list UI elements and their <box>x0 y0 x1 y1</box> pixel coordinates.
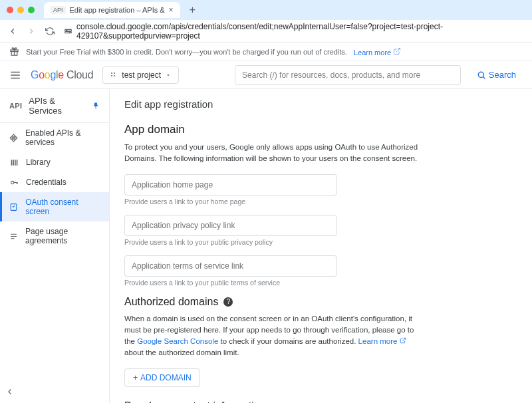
google-cloud-logo[interactable]: Google Cloud <box>31 69 93 81</box>
new-tab-button[interactable]: + <box>190 4 196 16</box>
home-page-input[interactable] <box>124 174 337 196</box>
nav-menu-icon[interactable] <box>9 69 21 81</box>
sidebar: API APIs & Services Enabled APIs & servi… <box>0 89 110 403</box>
consent-icon <box>9 203 18 211</box>
browser-tab[interactable]: API Edit app registration – APIs & × <box>44 2 180 18</box>
svg-point-2 <box>66 30 67 31</box>
svg-point-8 <box>111 75 112 76</box>
close-tab-icon[interactable]: × <box>169 5 174 15</box>
project-name: test project <box>122 70 161 80</box>
key-icon <box>9 178 19 187</box>
diamond-icon <box>9 134 18 142</box>
forward-icon <box>27 27 36 36</box>
library-icon <box>9 158 19 167</box>
browser-toolbar: console.cloud.google.com/apis/credential… <box>0 20 532 43</box>
svg-point-3 <box>69 32 70 33</box>
svg-rect-0 <box>65 29 72 31</box>
svg-rect-12 <box>13 160 14 166</box>
page-title: Edit app registration <box>124 98 517 110</box>
svg-point-10 <box>478 72 483 77</box>
sidebar-item-label: OAuth consent screen <box>25 198 100 216</box>
svg-point-9 <box>114 75 115 76</box>
pin-icon[interactable] <box>92 102 100 110</box>
terms-of-service-input[interactable] <box>124 255 337 277</box>
window-controls <box>7 7 35 13</box>
free-trial-banner: Start your Free Trial with $300 in credi… <box>0 43 532 61</box>
chevron-down-icon <box>165 72 172 78</box>
sidebar-item-label: Enabled APIs & services <box>25 128 100 147</box>
collapse-sidebar-icon[interactable] <box>0 380 109 403</box>
sidebar-item-enabled-apis[interactable]: Enabled APIs & services <box>0 123 109 152</box>
address-bar[interactable]: console.cloud.google.com/apis/credential… <box>64 22 524 41</box>
cloud-console-header: Google Cloud test project Search (/) for… <box>0 61 532 89</box>
banner-learn-more-link[interactable]: Learn more <box>354 47 401 57</box>
sidebar-item-label: Credentials <box>26 178 66 187</box>
maximize-window[interactable] <box>28 7 35 13</box>
close-window[interactable] <box>7 7 13 13</box>
svg-rect-1 <box>65 32 72 33</box>
svg-rect-14 <box>16 160 17 166</box>
svg-point-6 <box>111 72 112 74</box>
sidebar-item-credentials[interactable]: Credentials <box>0 172 109 192</box>
sidebar-item-library[interactable]: Library <box>0 152 109 172</box>
banner-text: Start your Free Trial with $300 in credi… <box>26 48 347 56</box>
sidebar-title: APIs & Services <box>29 96 85 116</box>
svg-point-15 <box>11 181 13 184</box>
search-console-link[interactable]: Google Search Console <box>137 337 218 345</box>
plus-icon: + <box>133 373 138 382</box>
help-icon[interactable]: ? <box>223 297 233 307</box>
main-content: Edit app registration App domain To prot… <box>110 89 532 403</box>
learn-more-link[interactable]: Learn more <box>358 337 406 345</box>
app-domain-description: To protect you and your users, Google on… <box>124 142 424 165</box>
sidebar-item-oauth-consent[interactable]: OAuth consent screen <box>0 192 109 221</box>
terms-of-service-hint: Provide users a link to your public term… <box>124 279 517 287</box>
svg-rect-13 <box>15 160 16 166</box>
svg-point-7 <box>114 72 115 74</box>
search-button[interactable]: Search <box>470 70 523 80</box>
project-selector[interactable]: test project <box>102 67 179 84</box>
section-app-domain: App domain <box>124 123 517 136</box>
privacy-policy-hint: Provide users a link to your public priv… <box>124 238 517 246</box>
add-domain-button[interactable]: + ADD DOMAIN <box>124 368 200 387</box>
url-text: console.cloud.google.com/apis/credential… <box>76 22 524 41</box>
agreement-icon <box>9 232 18 241</box>
home-page-hint: Provide users a link to your home page <box>124 198 517 205</box>
site-settings-icon[interactable] <box>64 27 72 35</box>
search-icon <box>477 70 486 80</box>
back-icon[interactable] <box>8 27 17 36</box>
gift-icon <box>9 47 19 57</box>
global-search-input[interactable]: Search (/) for resources, docs, products… <box>235 65 461 85</box>
sidebar-item-label: Page usage agreements <box>25 227 100 245</box>
minimize-window[interactable] <box>17 7 24 13</box>
authorized-domains-description: When a domain is used on the consent scr… <box>124 313 424 359</box>
tab-favicon-badge: API <box>51 6 66 14</box>
sidebar-item-page-usage[interactable]: Page usage agreements <box>0 221 109 251</box>
privacy-policy-input[interactable] <box>124 215 337 236</box>
reload-icon[interactable] <box>45 27 55 36</box>
svg-rect-11 <box>11 160 12 166</box>
sidebar-item-label: Library <box>26 158 51 167</box>
browser-tab-strip: API Edit app registration – APIs & × + <box>0 0 532 20</box>
api-badge: API <box>9 102 22 110</box>
section-developer-contact: Developer contact information <box>124 400 517 404</box>
tab-title: Edit app registration – APIs & <box>70 6 165 14</box>
sidebar-header: API APIs & Services <box>0 89 109 123</box>
section-authorized-domains: Authorized domains ? <box>124 296 517 308</box>
